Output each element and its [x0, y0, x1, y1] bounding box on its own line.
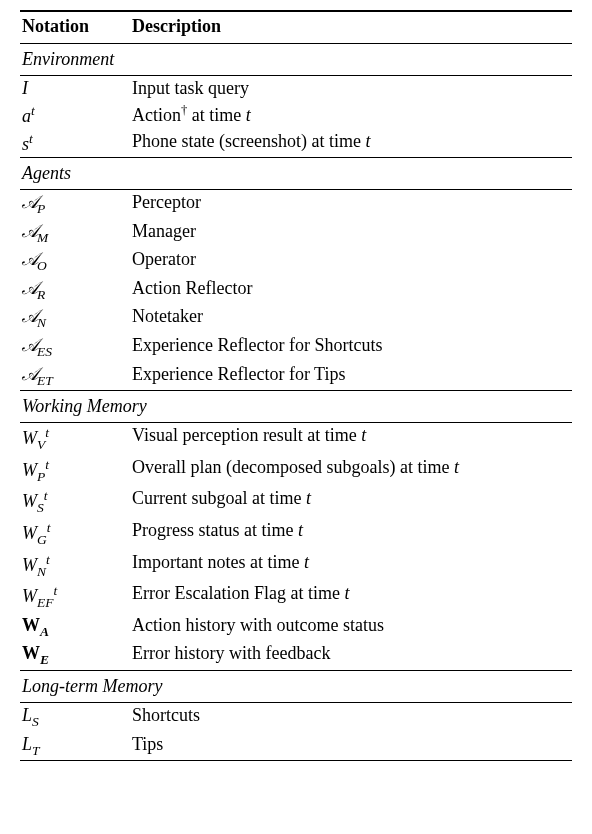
table-row: 𝒜ETExperience Reflector for Tips — [20, 362, 572, 391]
notation-cell: I — [20, 76, 130, 102]
description-cell: Shortcuts — [130, 702, 572, 731]
description-cell: Important notes at time t — [130, 550, 572, 582]
table-row: WEError history with feedback — [20, 641, 572, 670]
description-cell: Error history with feedback — [130, 641, 572, 670]
table-row: LSShortcuts — [20, 702, 572, 731]
description-cell: Manager — [130, 219, 572, 248]
notation-cell: WGt — [20, 518, 130, 550]
description-cell: Tips — [130, 732, 572, 761]
notation-cell: WA — [20, 613, 130, 642]
description-cell: Experience Reflector for Tips — [130, 362, 572, 391]
notation-cell: st — [20, 129, 130, 158]
description-cell: Experience Reflector for Shortcuts — [130, 333, 572, 362]
notation-cell: WEFt — [20, 581, 130, 613]
section-label: Long-term Memory — [20, 670, 572, 702]
table-row: 𝒜ESExperience Reflector for Shortcuts — [20, 333, 572, 362]
notation-cell: 𝒜ET — [20, 362, 130, 391]
bottom-rule — [20, 761, 572, 762]
notation-cell: WE — [20, 641, 130, 670]
table-row: stPhone state (screenshot) at time t — [20, 129, 572, 158]
table-row: 𝒜MManager — [20, 219, 572, 248]
table-row: WStCurrent subgoal at time t — [20, 486, 572, 518]
description-cell: Error Escalation Flag at time t — [130, 581, 572, 613]
header-notation: Notation — [20, 11, 130, 44]
description-cell: Action Reflector — [130, 276, 572, 305]
description-cell: Action history with outcome status — [130, 613, 572, 642]
table-row: 𝒜NNotetaker — [20, 304, 572, 333]
section-row: Working Memory — [20, 391, 572, 423]
table-row: WGtProgress status at time t — [20, 518, 572, 550]
notation-cell: LS — [20, 702, 130, 731]
notation-cell: 𝒜R — [20, 276, 130, 305]
table-row: 𝒜OOperator — [20, 247, 572, 276]
section-label: Working Memory — [20, 391, 572, 423]
description-cell: Current subgoal at time t — [130, 486, 572, 518]
description-cell: Action† at time t — [130, 101, 572, 129]
header-row: Notation Description — [20, 11, 572, 44]
table-row: 𝒜PPerceptor — [20, 190, 572, 219]
notation-cell: WVt — [20, 423, 130, 455]
description-cell: Input task query — [130, 76, 572, 102]
table-row: WPtOverall plan (decomposed subgoals) at… — [20, 455, 572, 487]
table-row: atAction† at time t — [20, 101, 572, 129]
notation-cell: 𝒜P — [20, 190, 130, 219]
notation-cell: WSt — [20, 486, 130, 518]
table-row: IInput task query — [20, 76, 572, 102]
notation-cell: at — [20, 101, 130, 129]
notation-cell: 𝒜M — [20, 219, 130, 248]
notation-cell: 𝒜N — [20, 304, 130, 333]
table-row: WVtVisual perception result at time t — [20, 423, 572, 455]
notation-cell: WNt — [20, 550, 130, 582]
notation-table: Notation Description EnvironmentIInput t… — [20, 10, 572, 761]
section-label: Environment — [20, 44, 572, 76]
description-cell: Visual perception result at time t — [130, 423, 572, 455]
header-description: Description — [130, 11, 572, 44]
table-row: WEFtError Escalation Flag at time t — [20, 581, 572, 613]
description-cell: Notetaker — [130, 304, 572, 333]
notation-cell: 𝒜ES — [20, 333, 130, 362]
table-row: WNtImportant notes at time t — [20, 550, 572, 582]
notation-cell: LT — [20, 732, 130, 761]
section-row: Long-term Memory — [20, 670, 572, 702]
section-row: Environment — [20, 44, 572, 76]
description-cell: Progress status at time t — [130, 518, 572, 550]
section-label: Agents — [20, 158, 572, 190]
notation-cell: 𝒜O — [20, 247, 130, 276]
table-row: WAAction history with outcome status — [20, 613, 572, 642]
description-cell: Perceptor — [130, 190, 572, 219]
description-cell: Overall plan (decomposed subgoals) at ti… — [130, 455, 572, 487]
description-cell: Operator — [130, 247, 572, 276]
section-row: Agents — [20, 158, 572, 190]
table-row: LTTips — [20, 732, 572, 761]
table-row: 𝒜RAction Reflector — [20, 276, 572, 305]
notation-cell: WPt — [20, 455, 130, 487]
description-cell: Phone state (screenshot) at time t — [130, 129, 572, 158]
